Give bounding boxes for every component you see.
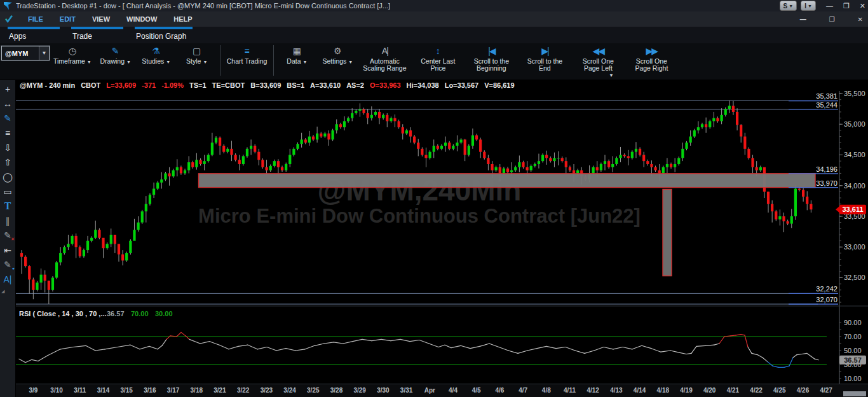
snap-left-icon[interactable]: ⇤ <box>1 242 15 257</box>
close-button[interactable]: ✕ <box>860 2 865 10</box>
candle-body <box>736 112 738 125</box>
rsi-axis-label: 50.00 <box>844 347 862 354</box>
horizontal-lines-icon[interactable]: ≡ <box>1 125 15 140</box>
date-label: 4/25 <box>773 387 785 394</box>
candle-body <box>106 244 109 248</box>
studies-flask-icon: ⚗ <box>152 45 160 57</box>
symbol-dropdown-icon[interactable]: ▼ <box>39 46 49 60</box>
rectangle-tool-icon[interactable]: ▭ <box>1 184 15 198</box>
tab-trade[interactable]: Trade <box>71 27 123 43</box>
candle-body <box>308 137 311 143</box>
child-minimize-button[interactable]: — <box>800 16 806 23</box>
date-label: 4/13 <box>610 387 622 394</box>
candle-body <box>433 146 435 152</box>
candle-body <box>24 257 27 266</box>
scroll-one-page-right-button[interactable]: ▶▶Scroll One Page Right <box>625 43 678 76</box>
menu-edit[interactable]: EDIT <box>60 15 76 23</box>
inspect-drawing-icon[interactable]: ✎● <box>1 257 15 272</box>
supply-zone-rectangle[interactable] <box>199 174 815 188</box>
candle-body <box>639 149 641 155</box>
menu-window[interactable]: WINDOW <box>126 15 157 23</box>
arrow-up-icon[interactable]: ⇧ <box>1 155 15 169</box>
demand-zone-rectangle[interactable] <box>663 190 672 276</box>
toolbar-button-label: Automatic Scaling Range <box>362 58 407 72</box>
strategy-dropdown-button[interactable]: S▼ <box>780 1 797 11</box>
tab-position-graph[interactable]: Position Graph <box>135 27 193 43</box>
candle-body <box>222 146 225 152</box>
candle-body <box>265 167 268 171</box>
scroll-to-the-beginning-button[interactable]: |◀Scroll to the Beginning <box>465 43 518 76</box>
candle-body <box>168 173 170 176</box>
arrow-down-icon[interactable]: ⇩ <box>1 140 15 155</box>
date-label: 4/7 <box>519 387 527 394</box>
time-axis[interactable]: 3/93/103/113/143/153/163/173/183/213/223… <box>16 384 868 397</box>
scroll-one-page-left-button[interactable]: ◀◀Scroll One Page Left <box>571 43 625 76</box>
center-last-price-button[interactable]: ↕Center Last Price <box>411 43 465 76</box>
settings-button[interactable]: ⚙Settings▼ <box>317 43 358 76</box>
tab-apps[interactable]: Apps <box>8 27 60 43</box>
style-icon: ▢ <box>193 45 201 57</box>
crosshair-icon[interactable]: + <box>1 81 15 96</box>
child-close-button[interactable]: ✕ <box>858 16 863 23</box>
quote-field: Hi=34,038 <box>407 81 439 89</box>
trendline-pencil-icon[interactable]: ✎ <box>1 111 15 125</box>
candle-body <box>475 136 478 140</box>
scroll-to-the-end-button[interactable]: ▶|Scroll to the End <box>518 43 571 76</box>
parallel-lines-icon[interactable]: ∥ <box>1 213 15 228</box>
candle-body <box>666 164 668 167</box>
candle-body <box>160 179 163 183</box>
candle-body <box>48 281 50 289</box>
timeframe-button[interactable]: ◷Timeframe▼ <box>50 43 95 76</box>
candle-body <box>424 155 427 158</box>
ellipse-tool-icon[interactable]: ◯ <box>1 169 15 184</box>
auto-label-icon[interactable]: A| <box>1 272 15 286</box>
automatic-scaling-range-button[interactable]: A|Automatic Scaling Range <box>358 43 411 76</box>
toolbar-button-label: Timeframe▼ <box>53 58 92 66</box>
menu-help[interactable]: HELP <box>173 15 192 23</box>
quote-field: @MYM - 240 min <box>20 81 75 89</box>
menu-file[interactable]: FILE <box>28 15 43 23</box>
candle-body <box>437 146 439 149</box>
candle-body <box>145 204 147 212</box>
style-button[interactable]: ▢Style▼ <box>177 43 217 76</box>
timeframe-clock-icon: ◷ <box>69 45 76 57</box>
horizontal-extend-icon[interactable]: ↔ <box>1 96 15 111</box>
candle-body <box>83 250 85 256</box>
candle-body <box>320 134 322 137</box>
quote-field: TS=1 <box>189 81 207 89</box>
last-price-value: 33,611 <box>842 205 863 213</box>
candle-body <box>448 143 451 149</box>
text-tool-icon[interactable]: T <box>1 198 15 213</box>
delete-drawing-icon[interactable]: ✎✕ <box>1 228 15 242</box>
candle-body <box>689 137 692 143</box>
toolbar-button-label: Style▼ <box>186 58 207 66</box>
toolbar-overflow-icon[interactable]: ▼ <box>609 73 614 78</box>
candle-body <box>312 137 315 140</box>
candle-body <box>681 149 684 158</box>
candle-body <box>358 109 361 111</box>
drawing-button[interactable]: ✎Drawing▼ <box>95 43 136 76</box>
restore-button[interactable]: ❐ <box>843 2 850 10</box>
candle-body <box>296 144 299 149</box>
toolbar-button-label: Scroll One Page Left <box>575 58 621 72</box>
child-restore-button[interactable]: ❐ <box>829 16 835 23</box>
candle-body <box>180 167 182 174</box>
strip-expand-icon[interactable]: ◢ <box>0 289 4 294</box>
candle-body <box>71 236 73 244</box>
candle-body <box>495 167 498 171</box>
symbol-input[interactable]: @MYM ▼ <box>1 46 50 60</box>
data-button[interactable]: ▦Data▼ <box>276 43 317 76</box>
candle-body <box>164 173 166 179</box>
indicator-dropdown-button[interactable]: I▼ <box>801 1 816 11</box>
candle-body <box>242 156 245 164</box>
candle-body <box>759 167 762 171</box>
candle-body <box>650 164 653 167</box>
studies-button[interactable]: ⚗Studies▼ <box>136 43 177 76</box>
price-axis-label: 33,000 <box>844 243 865 251</box>
date-label: 4/27 <box>820 387 832 394</box>
price-chart[interactable]: @MYM,240MinMicro E-mini Dow Continuous C… <box>16 91 868 384</box>
candle-body <box>530 166 532 171</box>
menu-view[interactable]: VIEW <box>92 15 110 23</box>
minimize-button[interactable]: — <box>826 2 833 10</box>
chart-trading-button[interactable]: ≡Chart Trading <box>223 43 271 76</box>
